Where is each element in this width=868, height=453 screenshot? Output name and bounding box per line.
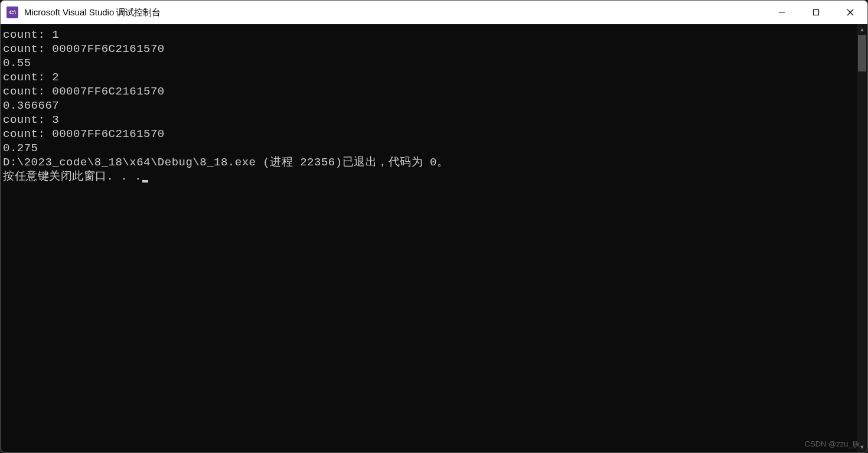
console-line: count: 1 [3, 28, 854, 42]
console-line: 0.366667 [3, 99, 854, 113]
vertical-scrollbar[interactable]: ▲ ▼ [857, 24, 867, 452]
titlebar[interactable]: C:\ Microsoft Visual Studio 调试控制台 [1, 1, 867, 24]
scrollbar-up-arrow-icon[interactable]: ▲ [857, 24, 867, 35]
console-line: 0.55 [3, 56, 854, 70]
app-window: C:\ Microsoft Visual Studio 调试控制台 count:… [0, 0, 868, 453]
svg-rect-1 [814, 10, 819, 15]
app-icon: C:\ [6, 6, 18, 18]
console-line: 0.275 [3, 141, 854, 155]
maximize-button[interactable] [799, 1, 833, 24]
scrollbar-down-arrow-icon[interactable]: ▼ [857, 442, 867, 452]
close-icon [847, 9, 854, 16]
scrollbar-thumb[interactable] [858, 35, 866, 71]
window-controls [765, 1, 867, 24]
console-area: count: 1count: 00007FF6C21615700.55count… [1, 24, 867, 452]
console-line: count: 3 [3, 113, 854, 127]
close-button[interactable] [833, 1, 867, 24]
minimize-icon [778, 9, 785, 16]
console-line: count: 00007FF6C2161570 [3, 127, 854, 141]
console-output[interactable]: count: 1count: 00007FF6C21615700.55count… [1, 24, 857, 452]
app-icon-label: C:\ [9, 9, 16, 15]
maximize-icon [812, 9, 820, 16]
minimize-button[interactable] [765, 1, 799, 24]
console-line: count: 2 [3, 70, 854, 84]
console-line: count: 00007FF6C2161570 [3, 84, 854, 99]
console-line: count: 00007FF6C2161570 [3, 42, 854, 56]
console-line: D:\2023_code\8_18\x64\Debug\8_18.exe (进程… [3, 155, 854, 170]
cursor-icon [142, 180, 148, 182]
console-line: 按任意键关闭此窗口. . . [3, 170, 854, 184]
window-title: Microsoft Visual Studio 调试控制台 [24, 7, 765, 18]
